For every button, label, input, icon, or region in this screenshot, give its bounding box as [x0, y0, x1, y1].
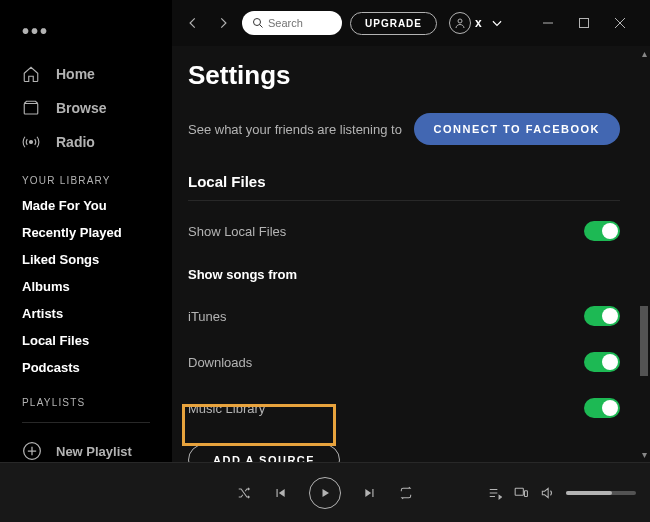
topbar: UPGRADE x — [172, 0, 650, 46]
player-bar — [0, 462, 650, 522]
user-menu-chevron-icon[interactable] — [486, 16, 508, 30]
shuffle-icon[interactable] — [237, 486, 251, 500]
source-downloads-toggle[interactable] — [584, 352, 620, 372]
svg-point-4 — [458, 19, 462, 23]
local-files-heading: Local Files — [188, 173, 620, 190]
svg-rect-7 — [525, 490, 528, 496]
plus-circle-icon — [22, 441, 44, 461]
source-music-library-label: Music Library — [188, 401, 265, 416]
nav-label: Browse — [56, 100, 107, 116]
divider — [22, 422, 150, 423]
radio-icon — [22, 133, 44, 151]
window-maximize-button[interactable] — [566, 7, 602, 39]
volume-icon[interactable] — [540, 486, 554, 500]
library-albums[interactable]: Albums — [0, 273, 172, 300]
connect-facebook-button[interactable]: CONNECT TO FACEBOOK — [414, 113, 620, 145]
scrollbar-thumb[interactable] — [640, 306, 648, 376]
window-close-button[interactable] — [602, 7, 638, 39]
more-menu-icon[interactable]: ••• — [0, 12, 172, 57]
sidebar: ••• Home Browse Radio YOUR LIBRARY Made … — [0, 0, 172, 522]
upgrade-button[interactable]: UPGRADE — [350, 12, 437, 35]
main: UPGRADE x — [172, 0, 650, 522]
library-made-for-you[interactable]: Made For You — [0, 192, 172, 219]
scroll-up-icon[interactable]: ▴ — [642, 48, 647, 59]
nav-radio[interactable]: Radio — [0, 125, 172, 159]
show-local-files-toggle[interactable] — [584, 221, 620, 241]
queue-icon[interactable] — [488, 486, 502, 500]
library-local-files[interactable]: Local Files — [0, 327, 172, 354]
username: x — [475, 16, 482, 30]
playlists-header: PLAYLISTS — [0, 381, 172, 414]
svg-point-1 — [30, 141, 33, 144]
source-downloads-label: Downloads — [188, 355, 252, 370]
home-icon — [22, 65, 44, 83]
settings-content: Settings See what your friends are liste… — [172, 46, 650, 522]
scroll-down-icon[interactable]: ▾ — [642, 449, 647, 460]
source-itunes-toggle[interactable] — [584, 306, 620, 326]
nav-label: Home — [56, 66, 95, 82]
nav-home[interactable]: Home — [0, 57, 172, 91]
window-minimize-button[interactable] — [530, 7, 566, 39]
page-title: Settings — [188, 60, 620, 91]
repeat-icon[interactable] — [399, 486, 413, 500]
search-icon — [252, 17, 264, 29]
user-avatar-icon[interactable] — [449, 12, 471, 34]
source-itunes-label: iTunes — [188, 309, 227, 324]
devices-icon[interactable] — [514, 486, 528, 500]
nav-label: Radio — [56, 134, 95, 150]
library-recently-played[interactable]: Recently Played — [0, 219, 172, 246]
svg-rect-6 — [515, 488, 523, 495]
back-button[interactable] — [182, 12, 204, 34]
nav-browse[interactable]: Browse — [0, 91, 172, 125]
svg-point-3 — [254, 19, 261, 26]
browse-icon — [22, 99, 44, 117]
library-liked-songs[interactable]: Liked Songs — [0, 246, 172, 273]
library-artists[interactable]: Artists — [0, 300, 172, 327]
show-songs-from-heading: Show songs from — [188, 267, 620, 282]
search-box[interactable] — [242, 11, 342, 35]
library-podcasts[interactable]: Podcasts — [0, 354, 172, 381]
next-track-icon[interactable] — [363, 486, 377, 500]
previous-track-icon[interactable] — [273, 486, 287, 500]
forward-button[interactable] — [212, 12, 234, 34]
volume-slider[interactable] — [566, 491, 636, 495]
social-description: See what your friends are listening to — [188, 122, 402, 137]
library-header: YOUR LIBRARY — [0, 159, 172, 192]
show-local-files-label: Show Local Files — [188, 224, 286, 239]
new-playlist-label: New Playlist — [56, 444, 132, 459]
play-button[interactable] — [309, 477, 341, 509]
source-music-library-toggle[interactable] — [584, 398, 620, 418]
search-input[interactable] — [268, 17, 328, 29]
svg-rect-5 — [580, 19, 589, 28]
svg-rect-0 — [24, 104, 38, 115]
divider — [188, 200, 620, 201]
